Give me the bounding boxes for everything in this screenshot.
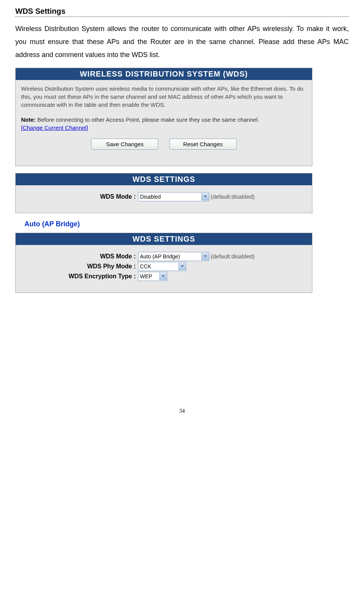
- form-row-enc: WDS Encryption Type : WEP: [21, 272, 307, 281]
- note-label: Note:: [21, 116, 36, 123]
- wds-intro-panel: WIRELESS DISTRIBUTION SYSTEM (WDS) Wirel…: [15, 68, 312, 166]
- wds-enc-value: WEP: [140, 273, 152, 279]
- wds-mode-select[interactable]: Disabled: [138, 192, 209, 201]
- note-text: Before connecting to other Access Point,…: [36, 116, 259, 123]
- form-row-phy: WDS Phy Mode : CCK: [21, 262, 307, 271]
- svg-marker-3: [162, 275, 165, 277]
- panel-header: WIRELESS DISTRIBUTION SYSTEM (WDS): [16, 68, 312, 80]
- panel-body: Wireless Distribution System uses wirele…: [16, 80, 312, 166]
- panel-description: Wireless Distribution System uses wirele…: [21, 85, 307, 109]
- wds-phy-value: CCK: [140, 263, 151, 269]
- wds-settings-panel-1: WDS SETTINGS WDS Mode : Disabled (defaul…: [15, 173, 312, 213]
- page-number: 34: [15, 408, 349, 422]
- section-title: WDS Settings: [15, 7, 349, 16]
- svg-marker-0: [204, 196, 207, 198]
- wds-enc-label: WDS Encryption Type :: [21, 273, 138, 280]
- divider: [15, 16, 349, 17]
- svg-marker-1: [204, 255, 207, 257]
- wds-mode-select[interactable]: Auto (AP Bridge): [138, 252, 209, 261]
- form-row-mode: WDS Mode : Disabled (default:disabled): [21, 192, 307, 201]
- form-row-mode: WDS Mode : Auto (AP Bridge) (default:dis…: [21, 252, 307, 261]
- wds-mode-value: Disabled: [140, 194, 161, 200]
- wds-phy-label: WDS Phy Mode :: [21, 263, 138, 270]
- intro-paragraph: Wireless Distribution System allows the …: [15, 22, 349, 62]
- reset-button[interactable]: Reset Changes: [169, 139, 237, 150]
- chevron-down-icon: [159, 273, 167, 280]
- chevron-down-icon: [179, 263, 186, 270]
- wds-enc-select[interactable]: WEP: [138, 272, 167, 281]
- chevron-down-icon: [202, 253, 209, 260]
- save-button[interactable]: Save Changes: [91, 139, 158, 150]
- wds-mode-label: WDS Mode :: [21, 193, 138, 200]
- chevron-down-icon: [202, 193, 209, 201]
- wds-phy-select[interactable]: CCK: [138, 262, 186, 271]
- wds-settings-panel-2: WDS SETTINGS WDS Mode : Auto (AP Bridge)…: [15, 233, 312, 293]
- default-hint: (default:disabled): [211, 193, 255, 200]
- panel-header: WDS SETTINGS: [16, 173, 312, 185]
- note-line: Note: Before connecting to other Access …: [21, 116, 307, 124]
- auto-ap-bridge-subhead: Auto (AP Bridge): [24, 220, 349, 228]
- wds-mode-label: WDS Mode :: [21, 253, 138, 260]
- form-area: WDS Mode : Auto (AP Bridge) (default:dis…: [16, 245, 312, 292]
- panel-header: WDS SETTINGS: [16, 233, 312, 245]
- form-area: WDS Mode : Disabled (default:disabled): [16, 185, 312, 213]
- default-hint: (default:disabled): [211, 253, 255, 260]
- change-channel-link[interactable]: [Change Current Channel]: [21, 124, 88, 131]
- svg-marker-2: [181, 265, 184, 267]
- button-row: Save Changes Reset Changes: [21, 139, 307, 150]
- wds-mode-value: Auto (AP Bridge): [140, 253, 180, 260]
